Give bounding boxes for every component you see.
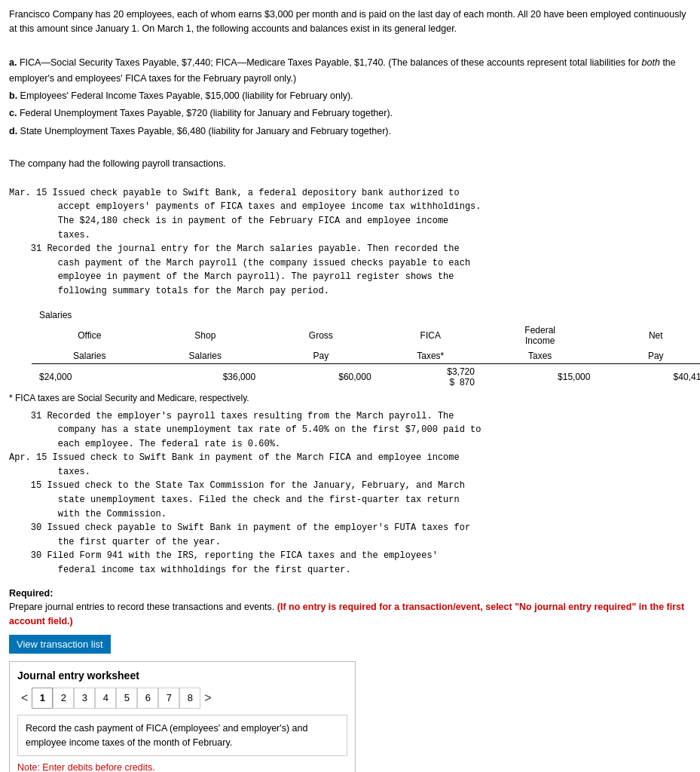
fica-note: * FICA taxes are Social Security and Med… bbox=[9, 393, 691, 403]
income-value: $15,000 bbox=[482, 363, 598, 390]
col-fica: FICA bbox=[379, 323, 482, 348]
col-office: Office bbox=[32, 323, 148, 348]
payroll-table: Salaries Office Shop Gross FICA FederalI… bbox=[32, 308, 700, 390]
transactions-text-more: 31 Recorded the employer's payroll taxes… bbox=[9, 409, 691, 577]
list-item-c: c. Federal Unemployment Taxes Payable, $… bbox=[9, 106, 691, 121]
col-income-sub: Taxes bbox=[482, 348, 598, 364]
tab-4[interactable]: 4 bbox=[95, 688, 116, 709]
required-desc-normal: Prepare journal entries to record these … bbox=[9, 602, 274, 612]
tab-8[interactable]: 8 bbox=[179, 688, 200, 709]
transactions-intro: The company had the following payroll tr… bbox=[9, 158, 691, 169]
required-section: Required: Prepare journal entries to rec… bbox=[9, 587, 691, 629]
col-gross: Gross bbox=[263, 323, 379, 348]
col-net-sub: Pay bbox=[598, 348, 700, 364]
col-federal: FederalIncome bbox=[482, 323, 598, 348]
worksheet-title: Journal entry worksheet bbox=[17, 669, 347, 682]
worksheet-container: Journal entry worksheet < 1 2 3 4 5 6 7 … bbox=[9, 661, 356, 772]
col-office-sub: Salaries bbox=[32, 348, 148, 364]
tab-1[interactable]: 1 bbox=[32, 688, 53, 709]
tab-7[interactable]: 7 bbox=[158, 688, 179, 709]
required-text: Required: Prepare journal entries to rec… bbox=[9, 587, 691, 629]
tab-navigation: < 1 2 3 4 5 6 7 8 > bbox=[17, 688, 347, 709]
net-value: $40,410 bbox=[598, 363, 700, 390]
tab-prev-arrow[interactable]: < bbox=[17, 690, 32, 706]
required-label: Required: bbox=[9, 588, 53, 599]
note-text: Note: Enter debits before credits. bbox=[17, 762, 347, 772]
instruction-box: Record the cash payment of FICA (employe… bbox=[17, 715, 347, 757]
shop-value: $36,000 bbox=[148, 363, 264, 390]
col-fica-sub: Taxes* bbox=[379, 348, 482, 364]
tab-6[interactable]: 6 bbox=[137, 688, 158, 709]
fica-value: $3,720$ 870 bbox=[379, 363, 482, 390]
tab-5[interactable]: 5 bbox=[116, 688, 137, 709]
view-transaction-button[interactable]: View transaction list bbox=[9, 635, 111, 654]
tab-2[interactable]: 2 bbox=[53, 688, 74, 709]
list-item-a: a. FICA—Social Security Taxes Payable, $… bbox=[9, 55, 691, 87]
payroll-table-title: Salaries bbox=[32, 308, 700, 323]
intro-paragraph: Francisco Company has 20 employees, each… bbox=[9, 8, 691, 36]
list-items-section: a. FICA—Social Security Taxes Payable, $… bbox=[9, 55, 691, 139]
tab-next-arrow[interactable]: > bbox=[200, 690, 215, 706]
col-shop-sub: Salaries bbox=[148, 348, 264, 364]
col-gross-sub: Pay bbox=[263, 348, 379, 364]
tab-3[interactable]: 3 bbox=[74, 688, 95, 709]
list-item-d: d. State Unemployment Taxes Payable, $6,… bbox=[9, 124, 691, 139]
list-item-b: b. Employees' Federal Income Taxes Payab… bbox=[9, 88, 691, 104]
office-value: $24,000 bbox=[32, 363, 148, 390]
col-shop: Shop bbox=[148, 323, 264, 348]
transactions-text-first: Mar. 15 Issued check payable to Swift Ba… bbox=[9, 186, 691, 299]
col-net: Net bbox=[598, 323, 700, 348]
gross-value: $60,000 bbox=[263, 363, 379, 390]
